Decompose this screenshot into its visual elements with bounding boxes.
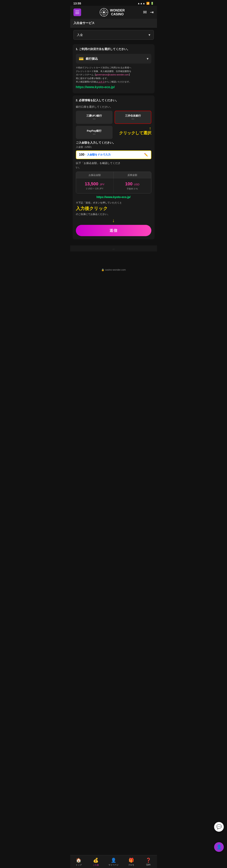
notice-text: ※初めてクレジットカード決済をご利用されるお客様へクレジットカード画像、本人確認… [76,66,151,84]
watermark2: https://www.kyoto-eco.jp/ [76,195,151,199]
page-title: 入出金サービス [74,21,95,25]
send-arrow-icon: ↓ [76,218,151,223]
service-dropdown-label: 入金 [77,33,83,37]
menu-button[interactable] [74,8,81,16]
watermark1: https://www.kyoto-eco.jp/ [76,85,151,89]
reflect-sub: 手数料 0 % [116,187,148,190]
summary-cell-transfer: 13,500 JPY 1 USD = 135 JPY [76,179,114,193]
lock-icon: 🔒 [101,269,104,271]
reflect-amount: 100 [125,181,133,186]
exit-button[interactable]: ⇥ [150,10,153,14]
domain-label: casino-wonder.com [105,269,126,271]
signal-icon: ▲▲▲ [137,2,145,5]
summary-table: お振込金額 反映金額 13,500 JPY 1 USD = 135 JPY 10… [76,172,151,193]
payment-method-selector[interactable]: 💳 銀行振込 ▾ [76,54,151,64]
amount-input-row[interactable]: 100 ←入金額をドルで入力 ✏️ [76,150,151,159]
reflect-unit: USD [134,183,139,186]
step1-card: 1. ご利用の決済方法を選択してください。 💳 銀行振込 ▾ ※初めてクレジット… [73,44,154,93]
wifi-icon: 📶 [146,2,149,5]
confirm-text-content: 以下「お振込金額」を確認してください。 [76,161,120,169]
send-notice-prefix: ※下記「送信」ボタンを押していただくと [76,201,122,204]
bank-select-label: 銀行口座を選択してください。 [76,105,151,109]
amount-hint: ←入金額をドルで入力 [84,153,144,156]
send-notice: ※下記「送信」ボタンを押していただくと 入力後クリック のご自身にてお振込くださ… [76,201,151,216]
header-icons: ✉ ⇥ [143,10,153,14]
header-logo: WONDER CASINO [100,8,125,17]
payment-dropdown-arrow-icon: ▾ [147,57,148,61]
step1-label: 1. ご利用の決済方法を選択してください。 [76,48,151,51]
transfer-sub: 1 USD = 135 JPY [79,187,111,190]
summary-header-transfer: お振込金額 [76,172,114,179]
logo-icon [100,8,108,17]
status-time: 13:55 [74,2,81,5]
amount-value: 100 [79,153,85,156]
status-icons: ▲▲▲ 📶 🔋 [137,2,154,5]
summary-cell-reflect: 100 USD 手数料 0 % [114,179,151,193]
click-annotation: クリックして選択 [119,130,151,136]
page-content: 入出金サービス 入金 ▾ 1. ご利用の決済方法を選択してください。 💳 銀行振… [70,19,157,268]
mail-icon: ✉ [143,10,147,15]
confirm-text: 以下「お振込金額」を確認してください。 [76,161,151,169]
send-button[interactable]: 送信 [76,225,151,236]
domain-bar: 🔒 casino-wonder.com [70,268,157,272]
amount-section: ご入金額を入力してください。 入金額（USD） 100 ←入金額をドルで入力 ✏… [76,141,151,236]
send-notice-suffix: のご自身にてお振込ください。 [76,213,110,216]
summary-table-body: 13,500 JPY 1 USD = 135 JPY 100 USD 手数料 0… [76,179,151,193]
logo-text: WONDER CASINO [110,8,125,16]
scroll-hint: ... [70,245,157,251]
amount-label: 入金額（USD） [76,146,151,149]
battery-icon: 🔋 [150,2,154,5]
payment-method-icon: 💳 [79,56,84,61]
section-title-bar: 入出金サービス [70,19,157,28]
bank-card-mitsubishi[interactable]: 三菱UFJ銀行 *** [76,111,113,124]
hamburger-icon [75,11,79,14]
pencil-icon: ✏️ [144,153,148,157]
status-bar: 13:55 ▲▲▲ 📶 🔋 [70,0,157,6]
amount-section-label: ご入金額を入力してください。 [76,141,151,145]
transfer-amount: 13,500 [85,181,98,186]
step2-label: 2. 必要情報を記入してください。 [76,99,151,102]
payment-method-name: 銀行振込 [86,57,98,61]
transfer-unit: JPY [100,183,105,186]
service-dropdown-wrapper: 入金 ▾ [70,28,157,42]
bank-card-smbc[interactable]: 三井住友銀行 *** [115,111,151,124]
summary-header-reflect: 反映金額 [114,172,151,179]
header: WONDER CASINO ✉ ⇥ [70,6,157,19]
mail-button[interactable]: ✉ [143,10,147,14]
notice-suffix: からご確認いただけます。 [105,81,131,83]
scroll-hint-text: ... [112,247,114,250]
summary-table-header: お振込金額 反映金額 [76,172,151,179]
service-dropdown[interactable]: 入金 ▾ [74,30,154,40]
step2-card: 2. 必要情報を記入してください。 銀行口座を選択してください。 三菱UFJ銀行… [73,95,154,239]
bank-grid: 三菱UFJ銀行 *** 三井住友銀行 *** [76,111,151,124]
send-notice-yellow: 入力後クリック [76,206,108,211]
exit-icon: ⇥ [150,10,153,15]
notice-link[interactable]: コチラ [98,81,105,83]
bank-card-paypay[interactable]: PayPay銀行 *** [76,126,113,139]
dropdown-arrow-icon: ▾ [148,33,150,37]
